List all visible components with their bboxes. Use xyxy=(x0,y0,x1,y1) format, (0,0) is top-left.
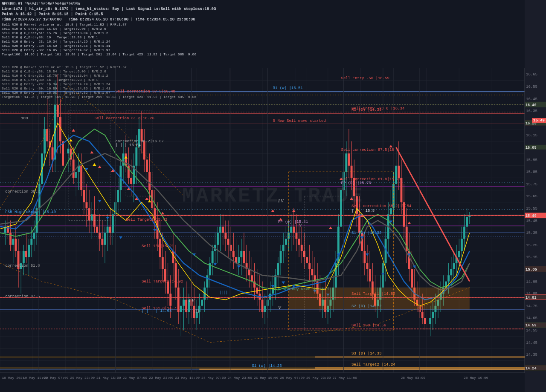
chart-canvas xyxy=(0,0,546,392)
symbol-line: NEOUSD.H1 15.47 15.50 15.46 15.50 xyxy=(2,1,216,6)
indicator-line: Line:1474 | h1_atr_c0: 0.1679 | tema_h1_… xyxy=(2,6,216,12)
chart-container: MARKETZ TRADE NEOUSD.H1 15.47 15.50 15.4… xyxy=(0,0,546,392)
current-price-box: 15.49 xyxy=(532,118,546,123)
points-line: Point A:16.12 | Point B:15.18 | Point C:… xyxy=(2,12,216,17)
top-info-panel: NEOUSD.H1 15.47 15.50 15.46 15.50 Line:1… xyxy=(2,1,216,22)
time-line: Time A:2024.05.27 19:00:00 | Time B:2024… xyxy=(2,17,216,23)
